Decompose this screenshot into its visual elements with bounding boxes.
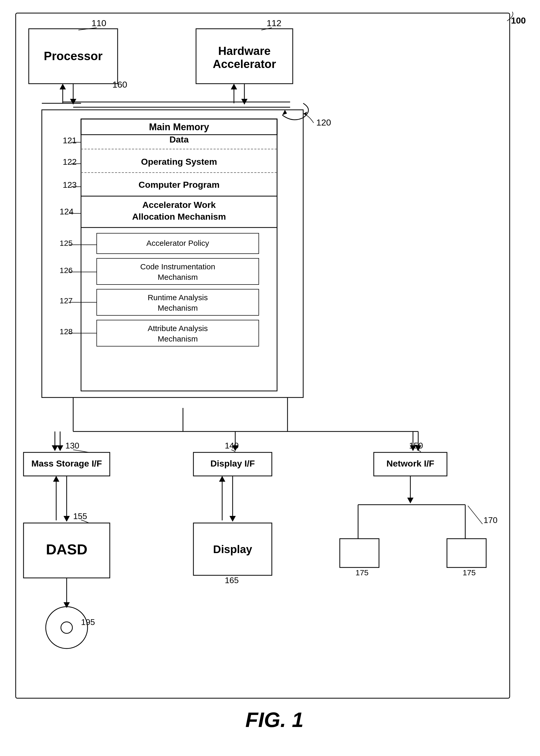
hardware-accelerator-label: Hardware (218, 45, 271, 57)
code-instr-label1: Code Instrumentation (140, 262, 215, 271)
ref-112: 112 (267, 18, 282, 28)
ref-130: 130 (66, 441, 79, 450)
attr-label2: Mechanism (158, 335, 198, 343)
alloc-label1: Accelerator Work (142, 200, 216, 210)
ref-124: 124 (60, 207, 73, 216)
ref-121: 121 (63, 136, 76, 145)
svg-marker-39 (52, 445, 58, 451)
ref-170: 170 (483, 516, 497, 525)
svg-marker-9 (60, 84, 66, 89)
ref-140: 140 (225, 441, 239, 450)
ref-160: 160 (112, 79, 127, 89)
ref-126: 126 (60, 266, 73, 275)
ref-165: 165 (225, 575, 239, 585)
ref-110: 110 (91, 18, 106, 28)
attr-label1: Attribute Analysis (148, 324, 208, 333)
ref-150: 150 (409, 441, 423, 450)
ref-125: 125 (60, 239, 73, 247)
computer-program-label: Computer Program (139, 180, 219, 190)
svg-rect-0 (16, 13, 510, 698)
dasd-label: DASD (46, 541, 87, 557)
ref-128: 128 (60, 327, 73, 336)
fig-label: FIG. 1 (245, 708, 304, 731)
processor-label: Processor (44, 49, 102, 63)
svg-text:100: 100 (511, 15, 526, 25)
svg-rect-73 (340, 539, 379, 567)
svg-point-61 (46, 607, 87, 649)
ref-195: 195 (81, 617, 95, 627)
svg-marker-57 (53, 476, 59, 482)
mass-storage-if-label: Mass Storage I/F (31, 458, 102, 468)
svg-marker-66 (219, 476, 225, 482)
hardware-accelerator-label2: Accelerator (213, 58, 276, 70)
svg-marker-69 (407, 498, 414, 503)
os-label: Operating System (141, 157, 217, 167)
svg-marker-46 (57, 445, 63, 451)
svg-marker-77 (282, 110, 287, 115)
svg-line-75 (468, 506, 482, 524)
runtime-label1: Runtime Analysis (148, 293, 208, 302)
network-if-label: Network I/F (386, 458, 434, 468)
code-instr-label2: Mechanism (158, 273, 198, 281)
runtime-label2: Mechanism (158, 304, 198, 312)
display-label: Display (213, 543, 252, 555)
svg-rect-74 (447, 539, 486, 567)
svg-marker-64 (229, 516, 236, 522)
ref-175b: 175 (463, 568, 476, 577)
ref-127: 127 (60, 296, 73, 305)
alloc-label2: Allocation Mechanism (132, 212, 226, 222)
svg-point-62 (61, 622, 72, 633)
svg-marker-13 (231, 84, 237, 89)
ref-155: 155 (73, 512, 87, 521)
ref-175a: 175 (355, 568, 368, 577)
main-memory-header: Main Memory (149, 122, 209, 132)
data-label: Data (169, 134, 189, 144)
display-if-label: Display I/F (210, 458, 255, 468)
ref-120: 120 (316, 117, 331, 127)
accel-policy-label: Accelerator Policy (146, 239, 209, 247)
ref-122: 122 (63, 157, 76, 167)
ref-123: 123 (63, 180, 76, 190)
svg-marker-55 (64, 516, 70, 522)
